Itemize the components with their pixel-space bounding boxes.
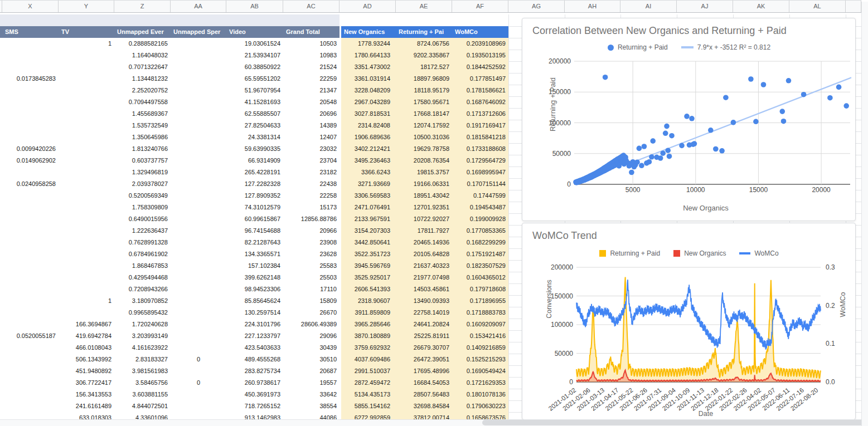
cell[interactable]: 65.59551202 bbox=[226, 73, 283, 85]
cell[interactable]: 718.7265152 bbox=[226, 400, 283, 412]
cell[interactable]: 20105.64828 bbox=[396, 248, 452, 260]
cell[interactable]: 3442.850641 bbox=[341, 237, 393, 248]
cell[interactable]: 0 bbox=[171, 377, 226, 389]
cell[interactable]: 0.1721629353 bbox=[452, 377, 508, 389]
cell[interactable]: 21637.40323 bbox=[396, 260, 452, 272]
cell[interactable]: 37812.00714 bbox=[396, 412, 452, 419]
cell[interactable]: 0.5200569349 bbox=[114, 190, 171, 202]
cell[interactable]: 419.6942784 bbox=[59, 330, 114, 342]
cell[interactable]: 0.0149062902 bbox=[2, 155, 59, 167]
cell[interactable]: 4037.609486 bbox=[341, 354, 393, 365]
cell[interactable]: 30439 bbox=[283, 342, 340, 354]
cell[interactable]: 506.1343992 bbox=[59, 354, 114, 365]
cell[interactable]: 17668.18147 bbox=[396, 108, 452, 120]
cell[interactable]: 2.252020752 bbox=[114, 85, 171, 96]
cell[interactable]: 13490.09393 bbox=[396, 295, 452, 307]
cell[interactable]: 3271.93669 bbox=[341, 178, 393, 190]
cell[interactable]: 17580.95671 bbox=[396, 96, 452, 108]
cell[interactable]: 22438 bbox=[283, 178, 340, 190]
cell[interactable]: 44086 bbox=[283, 412, 340, 419]
cell[interactable]: 0.177851497 bbox=[452, 73, 508, 85]
cell[interactable]: 450.3691973 bbox=[226, 389, 283, 400]
cell[interactable]: 1.164048032 bbox=[114, 50, 171, 61]
cell[interactable]: 17110 bbox=[283, 283, 340, 295]
cell[interactable]: 10503 bbox=[283, 38, 340, 50]
cell[interactable]: 1.758309809 bbox=[114, 202, 171, 213]
cell[interactable]: 19.03061524 bbox=[226, 38, 283, 50]
cell[interactable]: 1.455689367 bbox=[114, 108, 171, 120]
cell[interactable]: 5855.154162 bbox=[341, 400, 393, 412]
header-grand-total[interactable]: Grand Total bbox=[286, 26, 339, 38]
cell[interactable]: 0.1935013195 bbox=[452, 50, 508, 61]
cell[interactable]: 32698.84584 bbox=[396, 400, 452, 412]
cell[interactable]: 134.3365571 bbox=[226, 248, 283, 260]
cell[interactable]: 4.844072501 bbox=[114, 400, 171, 412]
cell[interactable]: 0.9965895432 bbox=[114, 307, 171, 319]
cell[interactable]: 19166.06331 bbox=[396, 178, 452, 190]
cell[interactable]: 30510 bbox=[283, 354, 340, 365]
cell[interactable]: 2471.076491 bbox=[341, 202, 393, 213]
cell[interactable]: 3402.212421 bbox=[341, 143, 393, 155]
cell[interactable]: 0.1729564729 bbox=[452, 155, 508, 167]
cell[interactable]: 62.55885507 bbox=[226, 108, 283, 120]
cell[interactable]: 0.153421416 bbox=[452, 330, 508, 342]
cell[interactable]: 1.134481232 bbox=[114, 73, 171, 85]
cell[interactable]: 9202.335867 bbox=[396, 50, 452, 61]
cell[interactable]: 82.21287643 bbox=[226, 237, 283, 248]
cell[interactable]: 15809 bbox=[283, 295, 340, 307]
cell[interactable]: 8724.06756 bbox=[396, 38, 452, 50]
cell[interactable]: 0.1690549424 bbox=[452, 365, 508, 377]
cell[interactable]: 60.38850922 bbox=[226, 61, 283, 73]
cell[interactable]: 466.0108043 bbox=[59, 342, 114, 354]
cell[interactable]: 913.1462983 bbox=[226, 412, 283, 419]
cell[interactable]: 0 bbox=[171, 354, 226, 365]
cell[interactable]: 60.99615867 bbox=[226, 213, 283, 225]
cell[interactable]: 12701.92351 bbox=[396, 202, 452, 213]
cell[interactable]: 25583 bbox=[283, 260, 340, 272]
cell[interactable]: 1906.689636 bbox=[341, 131, 393, 143]
header-new-organics[interactable]: New Organics bbox=[344, 26, 395, 38]
cell[interactable]: 0.1815841218 bbox=[452, 131, 508, 143]
cell[interactable]: 3.981561983 bbox=[114, 365, 171, 377]
cell[interactable]: 26670 bbox=[283, 307, 340, 319]
cell[interactable]: 96.74154688 bbox=[226, 225, 283, 237]
cell[interactable]: 0.1707151144 bbox=[452, 178, 508, 190]
header-tv[interactable]: TV bbox=[61, 26, 114, 38]
header-returning-paid[interactable]: Returning + Pai bbox=[399, 26, 452, 38]
header-video[interactable]: Video bbox=[229, 26, 283, 38]
cell[interactable]: 12856.88786 bbox=[283, 213, 340, 225]
cell[interactable]: 1.222636437 bbox=[114, 225, 171, 237]
cell[interactable]: 260.9738617 bbox=[226, 377, 283, 389]
cell[interactable]: 0.179718608 bbox=[452, 283, 508, 295]
cell[interactable]: 423.5403633 bbox=[226, 342, 283, 354]
cell[interactable]: 21977.07498 bbox=[396, 272, 452, 283]
cell[interactable]: 0.1525215293 bbox=[452, 354, 508, 365]
horizontal-scrollbar-thumb[interactable] bbox=[482, 420, 864, 425]
cell[interactable]: 25225.81911 bbox=[396, 330, 452, 342]
cell[interactable]: 3027.818531 bbox=[341, 108, 393, 120]
cell[interactable]: 3965.285646 bbox=[341, 319, 393, 330]
cell[interactable]: 28507.56483 bbox=[396, 389, 452, 400]
cell[interactable]: 51.96707954 bbox=[226, 85, 283, 96]
cell[interactable]: 265.4228191 bbox=[226, 167, 283, 178]
cell[interactable]: 2991.510037 bbox=[341, 365, 393, 377]
cell[interactable]: 2133.967591 bbox=[341, 213, 393, 225]
cell[interactable]: 0.1801078136 bbox=[452, 389, 508, 400]
cell[interactable]: 23908 bbox=[283, 237, 340, 248]
cell[interactable]: 20966 bbox=[283, 225, 340, 237]
cell[interactable]: 633.018303 bbox=[59, 412, 114, 419]
cell[interactable]: 1.350645986 bbox=[114, 131, 171, 143]
cell[interactable]: 18172.527 bbox=[396, 61, 452, 73]
cell[interactable]: 3911.859809 bbox=[341, 307, 393, 319]
cell[interactable]: 21347 bbox=[283, 85, 340, 96]
cell[interactable]: 0.1609209097 bbox=[452, 319, 508, 330]
cell[interactable]: 130.2597514 bbox=[226, 307, 283, 319]
cell[interactable]: 22758.14019 bbox=[396, 307, 452, 319]
cell[interactable]: 0.1781586621 bbox=[452, 85, 508, 96]
cell[interactable]: 2872.459472 bbox=[341, 377, 393, 389]
cell[interactable]: 18951.43042 bbox=[396, 190, 452, 202]
cell[interactable]: 25503 bbox=[283, 272, 340, 283]
cell[interactable]: 3495.236463 bbox=[341, 155, 393, 167]
cell[interactable]: 2.039378027 bbox=[114, 178, 171, 190]
cell[interactable]: 14389 bbox=[283, 120, 340, 131]
